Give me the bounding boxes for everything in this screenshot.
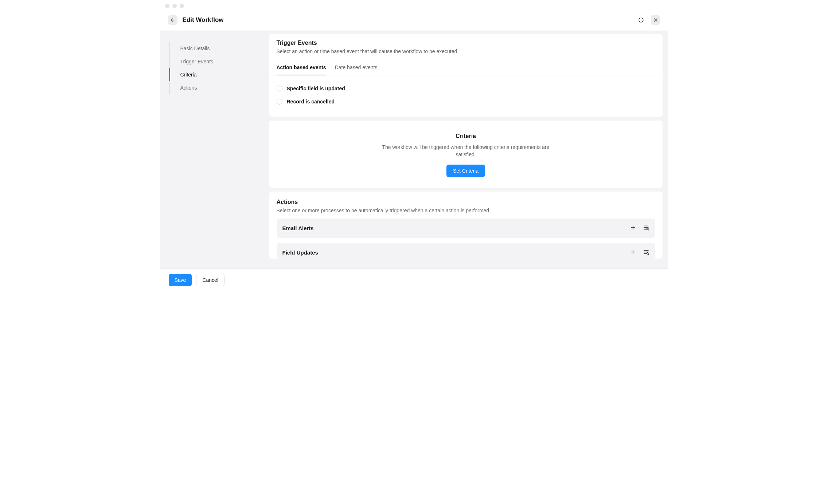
add-email-alert-button[interactable]: [630, 224, 636, 232]
window-control-dot: [165, 4, 169, 8]
action-row-title: Email Alerts: [282, 225, 314, 231]
button-label: Set Criteria: [453, 168, 479, 174]
select-field-update-button[interactable]: [643, 249, 649, 256]
info-button[interactable]: [636, 15, 646, 25]
button-label: Cancel: [202, 277, 218, 283]
sidebar-item-label: Basic Details: [180, 46, 210, 51]
sidebar-item-label: Criteria: [180, 72, 197, 78]
add-field-update-button[interactable]: [630, 249, 636, 256]
radio-icon: [277, 99, 282, 105]
tab-action-based[interactable]: Action based events: [277, 62, 326, 75]
plus-icon: [630, 224, 636, 231]
tab-date-based[interactable]: Date based events: [335, 62, 378, 75]
radio-label: Record is cancelled: [287, 99, 335, 105]
save-button[interactable]: Save: [169, 274, 192, 286]
window-titlebar: [160, 0, 668, 12]
radio-option-specific-field[interactable]: Specific field is updated: [277, 82, 655, 95]
close-button[interactable]: [651, 15, 660, 25]
info-icon: [638, 17, 644, 23]
set-criteria-button[interactable]: Set Criteria: [446, 165, 485, 177]
radio-icon: [277, 86, 282, 91]
sidebar: Basic Details Trigger Events Criteria Ac…: [160, 31, 269, 291]
list-search-icon: [643, 224, 649, 231]
main-content: Trigger Events Select an action or time …: [269, 31, 668, 291]
trigger-events-card: Trigger Events Select an action or time …: [269, 34, 663, 117]
select-email-alert-button[interactable]: [643, 224, 649, 232]
sidebar-item-criteria[interactable]: Criteria: [169, 68, 269, 81]
action-row-field-updates: Field Updates: [277, 243, 655, 259]
svg-line-19: [648, 254, 649, 255]
close-icon: [653, 17, 659, 23]
criteria-card: Criteria The workflow will be triggered …: [269, 121, 663, 188]
trigger-events-title: Trigger Events: [277, 40, 655, 46]
actions-title: Actions: [277, 199, 655, 205]
plus-icon: [630, 249, 636, 255]
sidebar-item-actions[interactable]: Actions: [169, 81, 269, 94]
action-row-email-alerts: Email Alerts: [277, 218, 655, 238]
actions-card: Actions Select one or more processes to …: [269, 192, 663, 259]
svg-line-12: [648, 230, 649, 231]
arrow-left-icon: [170, 17, 175, 23]
button-label: Save: [175, 277, 186, 283]
actions-description: Select one or more processes to be autom…: [277, 208, 655, 213]
page-title: Edit Workflow: [183, 16, 631, 24]
trigger-tabs: Action based events Date based events: [269, 62, 663, 75]
trigger-events-description: Select an action or time based event tha…: [277, 48, 655, 54]
radio-option-record-cancelled[interactable]: Record is cancelled: [277, 95, 655, 108]
sidebar-item-label: Actions: [180, 85, 197, 91]
svg-point-3: [641, 19, 641, 19]
cancel-button[interactable]: Cancel: [196, 274, 224, 286]
page-header: Edit Workflow: [160, 12, 668, 31]
tab-label: Date based events: [335, 64, 378, 70]
action-row-title: Field Updates: [282, 249, 318, 256]
footer-bar: Save Cancel: [160, 268, 668, 291]
criteria-title: Criteria: [277, 133, 655, 139]
list-search-icon: [643, 249, 649, 255]
back-button[interactable]: [168, 15, 177, 25]
sidebar-item-trigger-events[interactable]: Trigger Events: [169, 55, 269, 68]
tab-label: Action based events: [277, 64, 326, 70]
sidebar-item-basic-details[interactable]: Basic Details: [169, 42, 269, 55]
sidebar-item-label: Trigger Events: [180, 59, 214, 64]
criteria-description: The workflow will be triggered when the …: [382, 144, 550, 158]
window-control-dot: [172, 4, 177, 8]
window-control-dot: [180, 4, 184, 8]
radio-label: Specific field is updated: [287, 86, 345, 91]
